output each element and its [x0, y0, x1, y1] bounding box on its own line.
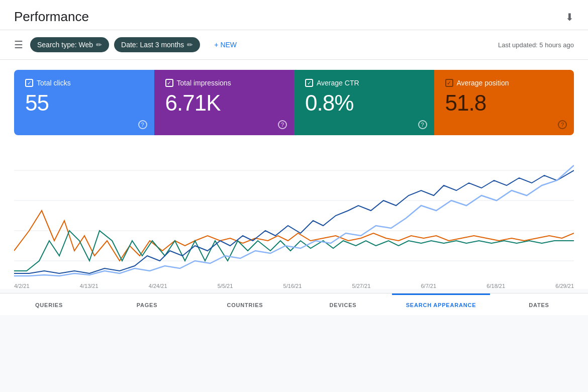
metric-average-ctr[interactable]: ✓ Average CTR 0.8% ? [294, 70, 434, 135]
metric-label-ctr: ✓ Average CTR [305, 79, 423, 87]
metric-label-clicks: ✓ Total clicks [25, 79, 143, 87]
ctr-value: 0.8% [305, 92, 423, 114]
position-help-icon[interactable]: ? [558, 120, 567, 129]
clicks-value: 55 [25, 92, 143, 114]
impressions-help-icon[interactable]: ? [278, 120, 287, 129]
search-type-chip[interactable]: Search type: Web ✏ [30, 37, 109, 52]
x-label-3: 5/5/21 [218, 283, 233, 289]
clicks-help-icon[interactable]: ? [138, 120, 147, 129]
impressions-checkbox: ✓ [165, 79, 173, 87]
tab-queries[interactable]: QUERIES [0, 293, 98, 315]
position-checkbox: ✓ [445, 79, 453, 87]
chart-area: 4/2/21 4/13/21 4/24/21 5/5/21 5/16/21 5/… [0, 135, 588, 289]
last-updated-text: Last updated: 5 hours ago [498, 41, 574, 49]
metric-label-impressions: ✓ Total impressions [165, 79, 283, 87]
x-label-0: 4/2/21 [14, 283, 30, 289]
tabs-row: QUERIES PAGES COUNTRIES DEVICES SEARCH A… [0, 293, 588, 315]
x-label-2: 4/24/21 [149, 283, 167, 289]
x-label-8: 6/29/21 [555, 283, 574, 289]
x-label-5: 5/27/21 [352, 283, 371, 289]
filter-icon[interactable]: ☰ [14, 39, 23, 51]
edit-search-type-icon: ✏ [96, 41, 102, 49]
tab-devices[interactable]: DEVICES [294, 293, 392, 315]
metrics-row: ✓ Total clicks 55 ? ✓ Total impressions … [0, 60, 588, 135]
metric-average-position[interactable]: ✓ Average position 51.8 ? [434, 70, 574, 135]
metric-label-position: ✓ Average position [445, 79, 563, 87]
tab-pages[interactable]: PAGES [98, 293, 196, 315]
date-chip[interactable]: Date: Last 3 months ✏ [114, 37, 200, 52]
x-label-6: 6/7/21 [421, 283, 437, 289]
tab-search-appearance[interactable]: SEARCH APPEARANCE [392, 293, 490, 315]
metric-total-impressions[interactable]: ✓ Total impressions 6.71K ? [154, 70, 295, 135]
ctr-help-icon[interactable]: ? [418, 120, 427, 129]
page-header: Performance ⬇ [0, 0, 588, 30]
search-type-label: Search type: Web [37, 41, 93, 49]
edit-date-icon: ✏ [187, 41, 193, 49]
new-button[interactable]: + NEW [207, 37, 244, 52]
page-title: Performance [14, 9, 89, 25]
tab-countries[interactable]: COUNTRIES [196, 293, 294, 315]
tab-dates[interactable]: DATES [490, 293, 588, 315]
x-label-7: 6/18/21 [486, 283, 505, 289]
ctr-checkbox: ✓ [305, 79, 313, 87]
performance-chart [14, 140, 574, 281]
position-value: 51.8 [445, 92, 563, 114]
x-label-1: 4/13/21 [80, 283, 99, 289]
download-icon[interactable]: ⬇ [565, 11, 574, 23]
date-label: Date: Last 3 months [121, 41, 184, 49]
metric-total-clicks[interactable]: ✓ Total clicks 55 ? [14, 70, 154, 135]
clicks-checkbox: ✓ [25, 79, 33, 87]
chart-x-labels: 4/2/21 4/13/21 4/24/21 5/5/21 5/16/21 5/… [14, 281, 574, 289]
x-label-4: 5/16/21 [283, 283, 302, 289]
impressions-value: 6.71K [165, 92, 283, 114]
toolbar: ☰ Search type: Web ✏ Date: Last 3 months… [0, 30, 588, 60]
